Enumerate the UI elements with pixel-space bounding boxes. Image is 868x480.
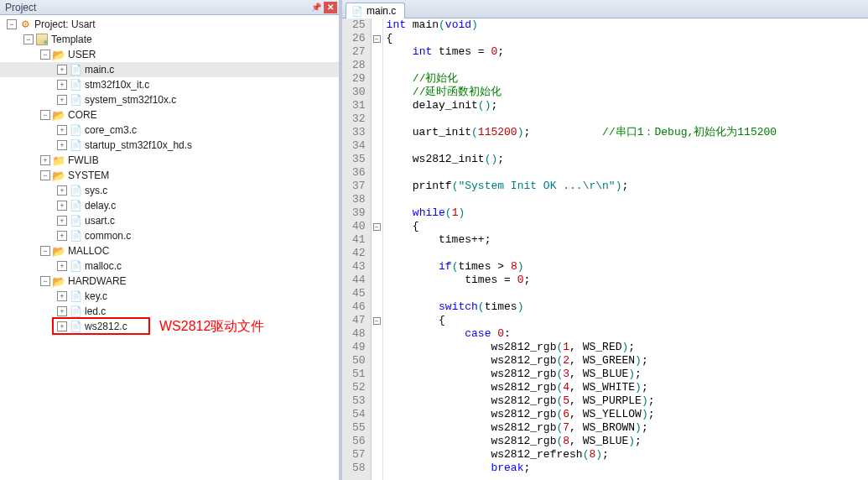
close-icon[interactable]: ✕ — [324, 2, 337, 13]
tree-item[interactable]: −📂HARDWARE — [0, 274, 339, 289]
tree-item[interactable]: −📂CORE — [0, 107, 339, 123]
code-line[interactable]: switch(times) — [387, 300, 868, 314]
code-editor[interactable]: 2526272829303132333435363738394041424344… — [342, 18, 868, 480]
code-line[interactable]: ws2812_rgb(4, WS_WHITE); — [387, 381, 868, 394]
expand-icon[interactable]: + — [57, 201, 67, 211]
expand-icon[interactable]: + — [57, 125, 67, 135]
tree-item-label: sys.c — [85, 185, 335, 196]
collapse-icon[interactable]: − — [23, 34, 34, 44]
fold-toggle-icon[interactable]: − — [373, 223, 381, 231]
collapse-icon[interactable]: − — [40, 276, 50, 286]
tree-item[interactable]: +📄malloc.c — [0, 258, 339, 274]
expand-icon[interactable]: + — [57, 291, 67, 301]
code-line[interactable]: ws2812_rgb(5, WS_PURPLE); — [387, 394, 868, 408]
tree-item[interactable]: +📄common.c — [0, 228, 339, 243]
code-line[interactable]: times++; — [387, 233, 868, 247]
tree-item-label: stm32f10x_it.c — [85, 79, 335, 91]
collapse-icon[interactable]: − — [7, 19, 17, 29]
tree-item[interactable]: +📄system_stm32f10x.c — [0, 92, 339, 107]
line-number: 50 — [352, 354, 366, 368]
line-number: 36 — [352, 166, 366, 180]
code-line[interactable] — [387, 59, 868, 72]
collapse-icon[interactable]: − — [40, 50, 50, 60]
code-line[interactable]: int main(void) — [387, 18, 868, 32]
code-line[interactable] — [387, 247, 868, 260]
code-line[interactable]: break; — [387, 462, 868, 475]
code-line[interactable]: ws2812_rgb(8, WS_BLUE); — [387, 435, 868, 448]
expand-icon[interactable]: + — [57, 261, 67, 271]
line-number: 45 — [352, 287, 366, 300]
code-content[interactable]: int main(void){ int times = 0; //初始化 //延… — [383, 18, 868, 480]
file-icon: 📄 — [69, 123, 82, 137]
code-line[interactable]: ws2812_refresh(8); — [387, 448, 868, 462]
tree-item[interactable]: +📄sys.c — [0, 183, 339, 198]
fold-toggle-icon[interactable]: − — [373, 317, 381, 325]
code-line[interactable] — [387, 287, 868, 300]
collapse-icon[interactable]: − — [40, 246, 50, 256]
code-line[interactable]: { — [387, 32, 868, 45]
code-line[interactable]: printf("System Init OK ...\r\n"); — [387, 180, 868, 193]
code-line[interactable] — [387, 112, 868, 126]
tree-item[interactable]: +📄delay.c — [0, 198, 339, 213]
code-line[interactable]: ws2812_rgb(6, WS_YELLOW); — [387, 408, 868, 421]
tree-item[interactable]: +📄startup_stm32f10x_hd.s — [0, 138, 339, 153]
expand-icon[interactable]: + — [57, 185, 67, 196]
code-line[interactable]: { — [387, 314, 868, 327]
fold-column[interactable]: −−− — [372, 18, 383, 480]
code-line[interactable]: ws2812_rgb(2, WS_GREEN); — [387, 354, 868, 368]
code-line[interactable]: ws2812_rgb(1, WS_RED); — [387, 341, 868, 354]
tab-main-c[interactable]: 📄 main.c — [346, 3, 405, 18]
tree-item[interactable]: +📄stm32f10x_it.c — [0, 77, 339, 92]
tree-item-label: CORE — [68, 109, 335, 121]
tree-item[interactable]: +📄usart.c — [0, 213, 339, 228]
tree-item[interactable]: −Template — [0, 32, 339, 47]
code-line[interactable]: while(1) — [387, 206, 868, 220]
expand-icon[interactable]: + — [57, 65, 67, 75]
expand-icon[interactable]: + — [57, 80, 67, 90]
expand-icon[interactable]: + — [57, 231, 67, 241]
collapse-icon[interactable]: − — [40, 110, 50, 120]
code-line[interactable]: delay_init(); — [387, 99, 868, 112]
tree-item[interactable]: −📂USER — [0, 47, 339, 62]
code-line[interactable] — [387, 193, 868, 206]
code-line[interactable]: ws2812_rgb(3, WS_BLUE); — [387, 368, 868, 381]
tree-item-label: Project: Usart — [34, 18, 335, 30]
code-line[interactable]: //延时函数初始化 — [387, 86, 868, 99]
tree-item[interactable]: +📄main.c — [0, 62, 339, 77]
code-line[interactable]: ws2812_init(); — [387, 153, 868, 166]
code-line[interactable]: //初始化 — [387, 72, 868, 86]
code-line[interactable] — [387, 166, 868, 180]
line-number: 47 — [352, 314, 366, 327]
pin-icon[interactable]: 📌 — [309, 2, 323, 13]
tree-item[interactable]: +📄core_cm3.c — [0, 123, 339, 138]
tree-item[interactable]: −📂MALLOC — [0, 243, 339, 258]
expand-icon[interactable]: + — [57, 140, 67, 150]
line-number: 42 — [352, 247, 366, 260]
expand-icon[interactable]: + — [57, 216, 67, 226]
tree-item[interactable]: +📄led.c — [0, 304, 339, 319]
code-line[interactable] — [387, 139, 868, 153]
tree-item[interactable]: −⚙Project: Usart — [0, 17, 339, 32]
code-line[interactable]: int times = 0; — [387, 45, 868, 59]
line-number-gutter: 2526272829303132333435363738394041424344… — [342, 18, 372, 480]
tree-item-label: malloc.c — [85, 260, 335, 272]
expand-icon[interactable]: + — [40, 155, 50, 165]
tree-item[interactable]: +📄key.c — [0, 289, 339, 304]
code-line[interactable]: ws2812_rgb(7, WS_BROWN); — [387, 421, 868, 435]
expand-icon[interactable]: + — [57, 95, 67, 105]
expand-icon[interactable]: + — [57, 306, 67, 316]
expand-icon[interactable]: + — [57, 321, 67, 331]
tree-item[interactable]: −📂SYSTEM — [0, 168, 339, 183]
collapse-icon[interactable]: − — [40, 170, 50, 180]
code-line[interactable]: uart_init(115200); //串口1：Debug,初始化为11520… — [387, 126, 868, 139]
code-line[interactable]: { — [387, 220, 868, 233]
code-line[interactable]: times = 0; — [387, 274, 868, 287]
annotation-label: WS2812驱动文件 — [159, 318, 264, 336]
project-tree[interactable]: −⚙Project: Usart−Template−📂USER+📄main.c+… — [0, 15, 339, 480]
code-line[interactable]: if(times > 8) — [387, 260, 868, 274]
tree-item[interactable]: +📁FWLIB — [0, 153, 339, 168]
code-line[interactable]: case 0: — [387, 327, 868, 341]
file-icon: 📄 — [69, 93, 82, 107]
file-icon: 📄 — [69, 259, 82, 273]
fold-toggle-icon[interactable]: − — [373, 35, 381, 43]
